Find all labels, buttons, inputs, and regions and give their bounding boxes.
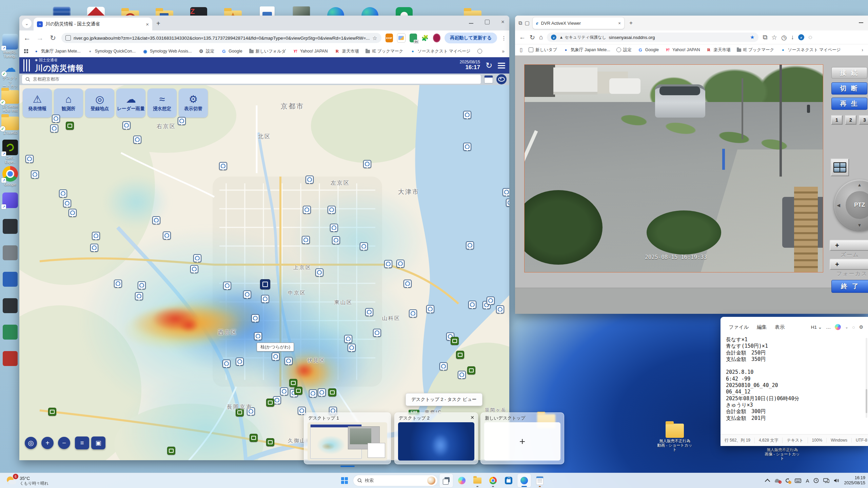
- map-pin-station[interactable]: [373, 329, 381, 337]
- map-tool-6[interactable]: ⚙表示切替: [179, 88, 208, 118]
- chrome-button[interactable]: [486, 474, 500, 487]
- new-desktop-card[interactable]: 新しいデスクトップ +: [480, 412, 564, 464]
- dvr-video-feed[interactable]: 2025-08-15 16:19:33: [524, 64, 823, 272]
- menu-view[interactable]: 表示: [775, 324, 785, 330]
- map-pin-station[interactable]: [303, 206, 311, 214]
- bookmark-item[interactable]: 楽天市場: [706, 47, 731, 53]
- bookmark-item[interactable]: Synology Web Assis...: [142, 48, 192, 54]
- profile-icon[interactable]: ◌: [808, 34, 812, 41]
- map-pin-camera[interactable]: [48, 408, 56, 416]
- taskbar-search[interactable]: 検索: [353, 475, 437, 486]
- map-pin-station[interactable]: [360, 242, 368, 250]
- map-pin-station[interactable]: [384, 260, 392, 268]
- map-pin-station[interactable]: [63, 199, 71, 207]
- geforce-shortcut[interactable]: ↗GeF.. Expe..: [1, 140, 20, 164]
- map-pin-station[interactable]: [272, 352, 280, 361]
- map-pin-station[interactable]: [222, 360, 231, 368]
- map-pin-station[interactable]: [52, 115, 60, 123]
- map-pin-station[interactable]: [68, 209, 77, 217]
- blue-app-shortcut[interactable]: [1, 272, 20, 287]
- notepad-button[interactable]: [533, 474, 547, 487]
- map-pin-station[interactable]: [363, 160, 371, 168]
- tab-actions-icon[interactable]: ▢: [525, 20, 530, 26]
- dvr-connect-button[interactable]: 接 続: [831, 67, 867, 79]
- map-pin-station[interactable]: [487, 297, 495, 305]
- dvr-play-button[interactable]: 再 生: [831, 98, 867, 110]
- sync-icon[interactable]: [785, 478, 790, 483]
- bookmarks-overflow-icon[interactable]: ›: [862, 47, 863, 53]
- map-pin-station[interactable]: [254, 332, 262, 340]
- map-pin-station[interactable]: [332, 236, 340, 244]
- map-pin-station[interactable]: [365, 308, 373, 316]
- desktop-folder-images[interactable]: 無人販売不正行為 画像 - ショートカット: [764, 447, 801, 461]
- locate-button[interactable]: ◎: [25, 437, 37, 449]
- maximize-button[interactable]: [485, 20, 490, 24]
- map-pin-station[interactable]: [90, 244, 98, 252]
- map-pin-station[interactable]: [426, 305, 434, 313]
- favorites-icon[interactable]: ☆: [771, 34, 777, 41]
- chrome-menu-icon[interactable]: ⋮: [501, 35, 506, 41]
- home-button[interactable]: ⌂: [539, 34, 543, 41]
- map-pin-station[interactable]: [243, 290, 251, 299]
- calendar-icon[interactable]: [484, 75, 493, 83]
- map-pin-station[interactable]: [506, 199, 509, 207]
- bookmark-item[interactable]: [477, 49, 482, 54]
- map-pin-camera[interactable]: [266, 399, 274, 407]
- desktop2-card[interactable]: デスクトップ 2 ✕: [394, 412, 478, 464]
- relaunch-update-button[interactable]: 再起動して更新する: [445, 33, 497, 43]
- extensions-puzzle-icon[interactable]: 🧩: [421, 34, 429, 42]
- map-pin-station[interactable]: [463, 143, 471, 151]
- map-pin-station[interactable]: [344, 335, 352, 343]
- volume-icon[interactable]: [834, 478, 840, 483]
- site-info-icon[interactable]: [65, 35, 71, 41]
- address-bar[interactable]: e ▲ セキュリティ保護なし sinsenyasai.nsddns.org ★: [547, 33, 758, 42]
- bookmark-item[interactable]: 新しいタブ: [529, 47, 557, 53]
- bookmark-item[interactable]: IE ブックマーク: [366, 48, 403, 54]
- purple-app-shortcut[interactable]: ↗: [1, 192, 20, 208]
- map-pin-station[interactable]: [328, 206, 336, 214]
- dvr-ptz-dial[interactable]: ▲ ▼ ◀ ▶ PTZ: [834, 180, 868, 230]
- map-pin-station[interactable]: [163, 231, 171, 240]
- back-button[interactable]: ←: [519, 34, 526, 41]
- map-pin-camera[interactable]: [467, 366, 475, 374]
- map-pin-station[interactable]: [59, 189, 67, 198]
- bookmark-item[interactable]: 楽天市場: [334, 48, 359, 54]
- history-icon[interactable]: ◷: [781, 34, 787, 41]
- map-pin-camera[interactable]: [289, 379, 297, 387]
- close-desktop-icon[interactable]: ✕: [470, 415, 474, 420]
- map-pin-station[interactable]: [458, 371, 466, 379]
- map-pin-camera[interactable]: [250, 434, 258, 442]
- dvr-disconnect-button[interactable]: 切 断: [831, 82, 867, 95]
- close-button[interactable]: ×: [501, 20, 505, 24]
- downloads-icon[interactable]: ↓: [791, 34, 794, 41]
- map-pin-station[interactable]: [193, 254, 201, 262]
- map-pin-station[interactable]: [309, 389, 317, 398]
- map-pin-station[interactable]: [502, 188, 509, 196]
- workspaces-icon[interactable]: ⧉: [518, 20, 522, 26]
- ie-mode-badge[interactable]: e: [798, 34, 804, 40]
- map-pin-camera[interactable]: [167, 447, 175, 455]
- exif-extension-icon[interactable]: EXIF: [386, 34, 393, 42]
- map-pin-station[interactable]: [302, 236, 310, 244]
- map-pin-station[interactable]: [396, 260, 405, 268]
- map-pin-station[interactable]: [403, 280, 412, 288]
- bookmark-item[interactable]: Yahoo! JAPAN: [293, 48, 328, 54]
- legend-button[interactable]: ≡: [75, 436, 89, 449]
- store-button[interactable]: [502, 474, 515, 487]
- notepad-text-area[interactable]: 長なす×1青なす(150円)×1合計金額 250円支払金額 350円 2025.…: [721, 334, 868, 421]
- basemap-button[interactable]: ▣: [91, 436, 105, 449]
- minimize-button[interactable]: [469, 23, 473, 24]
- new-tab-button[interactable]: +: [629, 20, 633, 26]
- bookmark-item[interactable]: 設定: [616, 47, 632, 53]
- dvr-channel-1[interactable]: 1: [831, 115, 843, 125]
- map-pin-station[interactable]: [122, 121, 131, 129]
- weather-widget[interactable]: 6 35°C くもり時々晴れ: [3, 474, 51, 487]
- tab-close-icon[interactable]: ×: [618, 21, 621, 26]
- map-pin-station[interactable]: [50, 124, 58, 133]
- map-pin-station[interactable]: [468, 301, 476, 309]
- dvr-quad-view-button[interactable]: [831, 159, 849, 176]
- bookmark-item[interactable]: ソースネクスト マイページ: [780, 47, 841, 53]
- bookmarks-overflow-icon[interactable]: »: [502, 48, 505, 54]
- style-dropdown[interactable]: H1 ⌄: [811, 324, 822, 330]
- cast-display-icon[interactable]: [823, 478, 829, 483]
